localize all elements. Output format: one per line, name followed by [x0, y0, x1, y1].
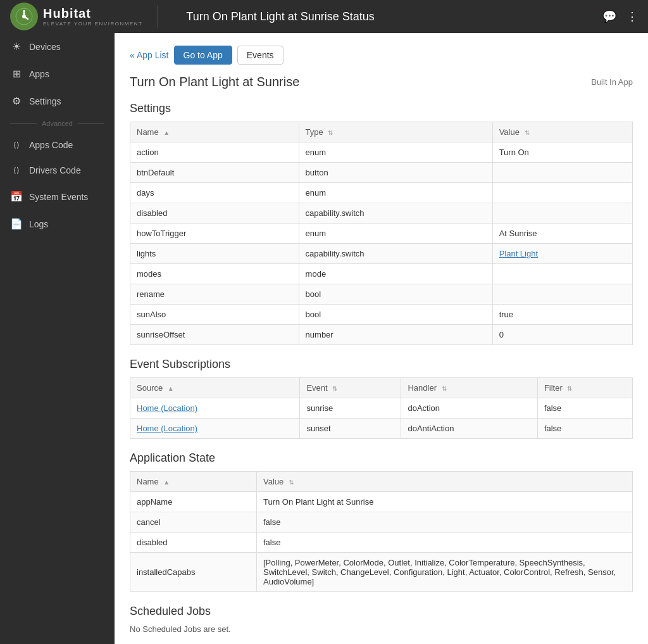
events-button[interactable]: Events [237, 46, 284, 65]
settings-type-cell: enum [299, 142, 492, 163]
settings-row: btnDefaultbutton [130, 163, 633, 183]
settings-name-cell: btnDefault [130, 163, 299, 183]
settings-type-cell: enum [299, 183, 492, 203]
settings-value-cell [492, 203, 632, 224]
settings-col-name[interactable]: Name ▲ [130, 122, 299, 142]
drivers-code-icon: ⟨⟩ [10, 166, 23, 175]
event-col-event[interactable]: Event ⇅ [300, 378, 401, 398]
settings-section-title: Settings [130, 102, 633, 115]
settings-name-cell: disabled [130, 203, 299, 224]
sidebar-item-devices[interactable]: ☀ Devices [0, 33, 115, 60]
sidebar-item-drivers-code[interactable]: ⟨⟩ Drivers Code [0, 158, 115, 183]
sidebar-item-apps-code[interactable]: ⟨⟩ Apps Code [0, 132, 115, 158]
sidebar-label-logs: Logs [29, 219, 48, 229]
event-subscriptions-table: Source ▲ Event ⇅ Handler ⇅ Filter ⇅ Home… [130, 377, 633, 439]
event-event-cell: sunrise [300, 398, 401, 419]
sidebar-label-system-events: System Events [29, 192, 88, 202]
event-source-link[interactable]: Home (Location) [137, 424, 197, 433]
state-row: disabledfalse [130, 533, 633, 553]
sidebar-item-logs[interactable]: 📄 Logs [0, 210, 115, 237]
no-jobs-message: No Scheduled Jobs are set. [130, 624, 633, 634]
settings-row: howToTriggerenumAt Sunrise [130, 224, 633, 244]
event-event-cell: sunset [300, 419, 401, 439]
settings-type-cell: number [299, 325, 492, 345]
settings-type-cell: capability.switch [299, 203, 492, 224]
state-value-cell: false [257, 512, 633, 533]
event-handler-cell: doAntiAction [401, 419, 537, 439]
settings-value-cell [492, 163, 632, 183]
event-col-source[interactable]: Source ▲ [130, 378, 300, 398]
sidebar-item-system-events[interactable]: 📅 System Events [0, 183, 115, 210]
system-events-icon: 📅 [10, 191, 23, 203]
chat-icon[interactable]: 💬 [602, 9, 616, 23]
back-to-app-list[interactable]: « App List [130, 50, 169, 60]
devices-icon: ☀ [10, 41, 23, 53]
state-name-cell: disabled [130, 533, 257, 553]
settings-name-cell: sunriseOffset [130, 325, 299, 345]
settings-icon: ⚙ [10, 95, 23, 107]
settings-value-cell [492, 284, 632, 305]
settings-name-cell: modes [130, 264, 299, 284]
state-value-cell: Turn On Plant Light at Sunrise [257, 492, 633, 512]
settings-row: actionenumTurn On [130, 142, 633, 163]
state-name-cell: installedCapabs [130, 553, 257, 592]
settings-type-cell: bool [299, 284, 492, 305]
sidebar-label-apps-code: Apps Code [29, 140, 73, 150]
settings-value-link[interactable]: Plant Light [499, 249, 538, 258]
settings-type-cell: button [299, 163, 492, 183]
settings-name-cell: howToTrigger [130, 224, 299, 244]
apps-code-icon: ⟨⟩ [10, 141, 23, 149]
sidebar-item-settings[interactable]: ⚙ Settings [0, 87, 115, 115]
event-filter-cell: false [537, 419, 632, 439]
event-col-handler[interactable]: Handler ⇅ [401, 378, 537, 398]
event-subscriptions-title: Event Subscriptions [130, 358, 633, 371]
settings-type-cell: enum [299, 224, 492, 244]
app-state-table: Name ▲ Value ⇅ appNameTurn On Plant Ligh… [130, 471, 633, 592]
settings-value-cell: Turn On [492, 142, 632, 163]
settings-value-cell: true [492, 305, 632, 325]
app-state-title: Application State [130, 451, 633, 465]
logo: Hubitat ELEVATE YOUR ENVIRONMENT [10, 3, 142, 30]
event-col-filter[interactable]: Filter ⇅ [537, 378, 632, 398]
settings-value-cell [492, 264, 632, 284]
advanced-divider: Advanced [0, 115, 115, 132]
state-name-cell: appName [130, 492, 257, 512]
app-title: Turn On Plant Light at Sunrise [130, 75, 299, 89]
settings-name-cell: days [130, 183, 299, 203]
settings-row: disabledcapability.switch [130, 203, 633, 224]
app-header: Turn On Plant Light at Sunrise Built In … [130, 75, 633, 89]
settings-name-cell: lights [130, 244, 299, 264]
state-row: appNameTurn On Plant Light at Sunrise [130, 492, 633, 512]
sidebar-item-apps[interactable]: ⊞ Apps [0, 60, 115, 87]
settings-value-cell [492, 183, 632, 203]
event-row: Home (Location)sunrisedoActionfalse [130, 398, 633, 419]
goto-app-button[interactable]: Go to App [174, 46, 232, 65]
settings-col-value[interactable]: Value ⇅ [492, 122, 632, 142]
settings-row: sunAlsobooltrue [130, 305, 633, 325]
logo-icon [10, 3, 38, 30]
nav-bar: « App List Go to App Events [130, 46, 633, 65]
settings-name-cell: sunAlso [130, 305, 299, 325]
sidebar-label-apps: Apps [29, 69, 49, 79]
settings-value-cell: At Sunrise [492, 224, 632, 244]
apps-icon: ⊞ [10, 68, 23, 80]
settings-name-cell: action [130, 142, 299, 163]
page-title: Turn On Plant Light at Sunrise Status [186, 10, 375, 23]
event-source-link[interactable]: Home (Location) [137, 403, 197, 413]
state-value-cell: false [257, 533, 633, 553]
settings-name-cell: rename [130, 284, 299, 305]
event-row: Home (Location)sunsetdoAntiActionfalse [130, 419, 633, 439]
settings-type-cell: mode [299, 264, 492, 284]
logo-sub: ELEVATE YOUR ENVIRONMENT [43, 21, 142, 27]
settings-col-type[interactable]: Type ⇅ [299, 122, 492, 142]
logo-text: Hubitat [43, 6, 142, 21]
state-col-name[interactable]: Name ▲ [130, 472, 257, 492]
scheduled-jobs-title: Scheduled Jobs [130, 605, 633, 618]
sidebar-label-settings: Settings [29, 96, 61, 106]
sidebar-label-devices: Devices [29, 42, 61, 52]
settings-row: renamebool [130, 284, 633, 305]
state-col-value[interactable]: Value ⇅ [257, 472, 633, 492]
built-in-label: Built In App [591, 77, 633, 87]
menu-icon[interactable]: ⋮ [626, 9, 638, 23]
settings-value-cell: 0 [492, 325, 632, 345]
